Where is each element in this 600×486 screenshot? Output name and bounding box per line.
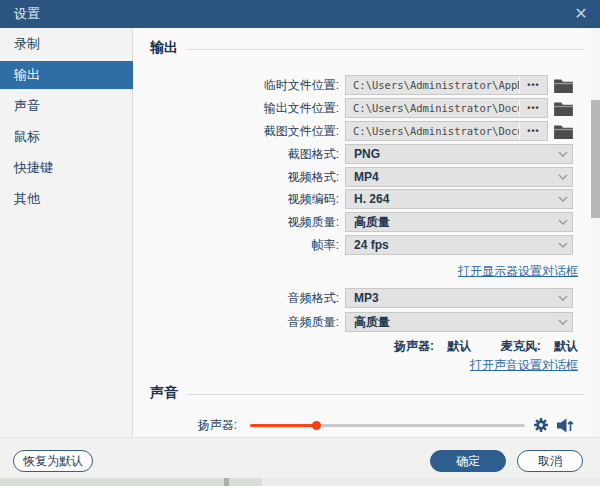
audio-quality-select[interactable]: 高质量	[345, 312, 573, 332]
audio-quality-label: 音频质量:	[133, 314, 345, 331]
video-quality-select[interactable]: 高质量	[345, 212, 573, 232]
temp-path-browse-button[interactable]: •••	[519, 76, 547, 94]
screenshot-format-value: PNG	[346, 147, 554, 161]
video-codec-select[interactable]: H. 264	[345, 189, 573, 209]
sound-section-title: 声音	[150, 384, 178, 402]
temp-path-label: 临时文件位置:	[133, 77, 345, 94]
chevron-down-icon	[554, 174, 572, 180]
settings-panel: 输出 临时文件位置: C:\Users\Administrator\AppDat…	[133, 28, 600, 437]
audio-devices-row: 扬声器: 默认 麦克风: 默认	[394, 338, 578, 354]
divider	[187, 394, 584, 395]
screenshot-path-value: C:\Users\Administrator\Documents	[346, 125, 519, 137]
chevron-down-icon	[554, 219, 572, 225]
audio-format-select[interactable]: MP3	[345, 288, 573, 308]
sidebar-item-record[interactable]: 录制	[0, 30, 133, 58]
sound-section-header: 声音	[150, 384, 584, 402]
video-quality-row: 视频质量: 高质量	[133, 212, 578, 232]
screenshot-format-row: 截图格式: PNG	[133, 144, 578, 164]
video-codec-label: 视频编码:	[133, 191, 345, 208]
speaker-volume-label: 扬声器:	[133, 417, 250, 434]
video-quality-value: 高质量	[346, 214, 554, 231]
background-strip-notch	[224, 478, 229, 486]
folder-icon[interactable]	[554, 101, 573, 116]
background-strip-left	[0, 478, 262, 486]
audio-format-label: 音频格式:	[133, 290, 345, 307]
display-settings-link-row: 打开显示器设置对话框	[458, 261, 578, 275]
window-title: 设置	[0, 5, 40, 23]
chevron-down-icon	[554, 319, 572, 325]
video-format-select[interactable]: MP4	[345, 167, 573, 187]
divider	[187, 49, 584, 50]
framerate-value: 24 fps	[346, 238, 554, 252]
sidebar-item-other[interactable]: 其他	[0, 185, 133, 213]
footer-bar: 恢复为默认 确定 取消	[0, 437, 600, 478]
sound-settings-link-row: 打开声音设置对话框	[470, 355, 578, 369]
sound-settings-link[interactable]: 打开声音设置对话框	[470, 358, 578, 372]
video-codec-value: H. 264	[346, 192, 554, 206]
framerate-select[interactable]: 24 fps	[345, 235, 573, 255]
temp-path-row: 临时文件位置: C:\Users\Administrator\AppData\l…	[133, 75, 578, 95]
audio-quality-row: 音频质量: 高质量	[133, 312, 578, 332]
sidebar-item-sound[interactable]: 声音	[0, 92, 133, 120]
framerate-row: 帧率: 24 fps	[133, 235, 578, 255]
chevron-down-icon	[554, 242, 572, 248]
screenshot-format-label: 截图格式:	[133, 146, 345, 163]
chevron-down-icon	[554, 295, 572, 301]
output-path-value: C:\Users\Administrator\Documents	[346, 102, 519, 114]
video-format-row: 视频格式: MP4	[133, 167, 578, 187]
audio-format-row: 音频格式: MP3	[133, 288, 578, 308]
chevron-down-icon	[554, 196, 572, 202]
temp-path-value: C:\Users\Administrator\AppData\l	[346, 79, 519, 91]
video-format-label: 视频格式:	[133, 169, 345, 186]
screenshot-path-label: 截图文件位置:	[133, 123, 345, 140]
video-codec-row: 视频编码: H. 264	[133, 189, 578, 209]
output-path-browse-button[interactable]: •••	[519, 99, 547, 117]
output-path-field[interactable]: C:\Users\Administrator\Documents •••	[345, 98, 548, 118]
folder-icon[interactable]	[554, 78, 573, 93]
output-path-label: 输出文件位置:	[133, 100, 345, 117]
close-icon[interactable]: ✕	[568, 2, 594, 26]
screenshot-format-select[interactable]: PNG	[345, 144, 573, 164]
temp-path-field[interactable]: C:\Users\Administrator\AppData\l •••	[345, 75, 548, 95]
speaker-device-label: 扬声器:	[394, 339, 434, 353]
slider-thumb[interactable]	[312, 421, 321, 430]
screenshot-path-field[interactable]: C:\Users\Administrator\Documents •••	[345, 121, 548, 141]
speaker-device-value: 默认	[447, 339, 471, 353]
sidebar-item-output[interactable]: 输出	[0, 61, 133, 89]
speaker-volume-slider[interactable]	[250, 424, 525, 427]
video-format-value: MP4	[346, 170, 554, 184]
scrollbar[interactable]	[591, 28, 600, 437]
screenshot-path-row: 截图文件位置: C:\Users\Administrator\Documents…	[133, 121, 578, 141]
output-section-header: 输出	[150, 39, 584, 57]
scrollbar-thumb[interactable]	[591, 100, 600, 218]
display-settings-link[interactable]: 打开显示器设置对话框	[458, 264, 578, 278]
slider-fill	[250, 424, 316, 427]
folder-icon[interactable]	[554, 124, 573, 139]
ok-button[interactable]: 确定	[430, 450, 506, 472]
sidebar-item-hotkeys[interactable]: 快捷键	[0, 154, 133, 182]
audio-format-value: MP3	[346, 291, 554, 305]
screenshot-path-browse-button[interactable]: •••	[519, 122, 547, 140]
restore-defaults-button[interactable]: 恢复为默认	[13, 450, 93, 472]
titlebar: 设置 ✕	[0, 0, 600, 28]
audio-quality-value: 高质量	[346, 314, 554, 331]
sidebar: 录制 输出 声音 鼠标 快捷键 其他	[0, 28, 133, 437]
speaker-icon[interactable]	[557, 418, 574, 433]
output-section-title: 输出	[150, 39, 178, 57]
background-strip	[0, 478, 600, 486]
chevron-down-icon	[554, 151, 572, 157]
framerate-label: 帧率:	[133, 237, 345, 254]
mic-device-value: 默认	[554, 339, 578, 353]
mic-device-label: 麦克风:	[501, 339, 541, 353]
gear-icon[interactable]	[534, 418, 548, 432]
sidebar-item-mouse[interactable]: 鼠标	[0, 123, 133, 151]
video-quality-label: 视频质量:	[133, 214, 345, 231]
cancel-button[interactable]: 取消	[517, 450, 583, 472]
speaker-volume-row: 扬声器:	[133, 415, 585, 435]
output-path-row: 输出文件位置: C:\Users\Administrator\Documents…	[133, 98, 578, 118]
